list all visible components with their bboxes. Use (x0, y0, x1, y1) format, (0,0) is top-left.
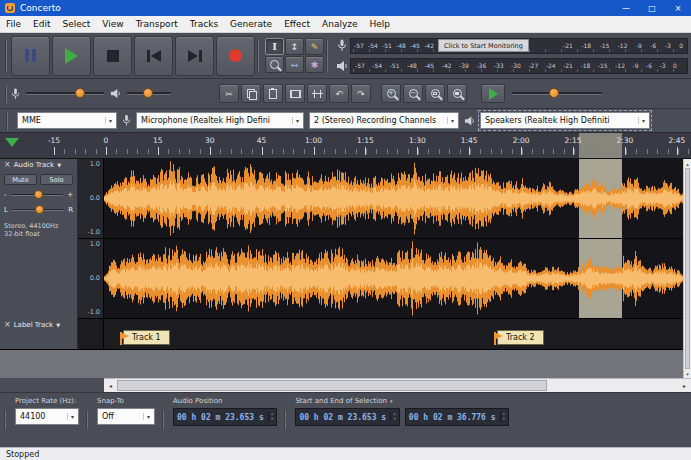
minimize-button[interactable]: — (613, 0, 639, 16)
menu-tracks[interactable]: Tracks (184, 17, 224, 31)
zoom-out-button[interactable]: − (403, 84, 423, 103)
playback-volume-slider[interactable] (125, 88, 173, 99)
toolbar-grip[interactable] (162, 411, 166, 429)
audio-host-dropdown[interactable]: MME ▾ (17, 112, 117, 129)
menu-transport[interactable]: Transport (130, 17, 184, 31)
selection-tool-button[interactable]: I (265, 38, 284, 55)
waveform-channel-2[interactable] (104, 239, 683, 318)
solo-button[interactable]: Solo (40, 174, 73, 185)
menu-select[interactable]: Select (57, 17, 97, 31)
selection-start-display[interactable]: 00 h 02 m 23.653 s ▴▾ (295, 408, 399, 426)
menu-help[interactable]: Help (364, 17, 397, 31)
fit-selection-button[interactable] (425, 84, 445, 103)
paste-button[interactable] (263, 84, 283, 103)
multi-tool-button[interactable]: ✱ (305, 56, 324, 73)
scroll-left-icon[interactable]: ◂ (104, 379, 117, 392)
toolbar-grip[interactable] (257, 40, 261, 72)
label-text[interactable]: Track 2 (497, 330, 544, 345)
slider-thumb[interactable] (75, 88, 85, 98)
label-marker-2[interactable]: Track 2 (494, 330, 544, 345)
recording-device-dropdown[interactable]: Microphone (Realtek High Defini ▾ (136, 112, 304, 129)
silence-audio-button[interactable] (307, 84, 327, 103)
zoom-in-button[interactable]: + (381, 84, 401, 103)
audio-position-display[interactable]: 00 h 02 m 23.653 s ▴▾ (173, 408, 277, 426)
time-shift-tool-button[interactable]: ↔ (285, 56, 304, 73)
skip-to-start-button[interactable] (134, 36, 173, 76)
gain-slider[interactable] (10, 190, 65, 200)
play-button[interactable] (52, 36, 91, 76)
close-track-icon[interactable]: × (4, 321, 11, 329)
project-rate-dropdown[interactable]: 44100 ▾ (15, 408, 79, 425)
toolbar-grip[interactable] (4, 411, 8, 429)
selection-range-label[interactable]: Start and End of Selection ▾ (295, 397, 509, 405)
titlebar[interactable]: Concerto — □ × (0, 0, 691, 16)
undo-button[interactable]: ↶ (329, 84, 349, 103)
cut-button[interactable]: ✂ (219, 84, 239, 103)
scroll-down-icon[interactable]: ▾ (684, 369, 691, 378)
timeline-ruler[interactable]: -1501530451:001:151:301:452:002:152:302:… (0, 133, 691, 159)
vertical-scrollbar[interactable]: ▴ ▾ (683, 159, 691, 378)
recording-meter[interactable]: -57-54-51-48-45-42 Click to Start Monito… (336, 37, 688, 55)
scroll-up-icon[interactable]: ▴ (684, 159, 691, 168)
draw-tool-button[interactable]: ✎ (305, 38, 324, 55)
menu-edit[interactable]: Edit (27, 17, 56, 31)
menu-generate[interactable]: Generate (224, 17, 278, 31)
track-menu-icon[interactable]: ▼ (57, 162, 61, 168)
spinner-icon[interactable]: ▴▾ (268, 412, 274, 422)
label-text[interactable]: Track 1 (123, 330, 170, 345)
horizontal-scrollbar[interactable]: ◂ ▸ (104, 378, 691, 392)
spinner-icon[interactable]: ▴▾ (390, 412, 396, 422)
redo-button[interactable]: ↷ (351, 84, 371, 103)
waveform-channel-1[interactable] (104, 159, 683, 238)
start-monitoring-button[interactable]: Click to Start Monitoring (438, 39, 529, 52)
slider-thumb[interactable] (143, 88, 153, 98)
play-at-speed-button[interactable] (481, 84, 505, 103)
stop-button[interactable] (93, 36, 132, 76)
trim-audio-button[interactable] (285, 84, 305, 103)
menu-analyze[interactable]: Analyze (316, 17, 363, 31)
recording-meter-bar[interactable]: -57-54-51-48-45-42 Click to Start Monito… (350, 38, 688, 54)
copy-button[interactable] (241, 84, 261, 103)
envelope-tool-button[interactable]: ↕ (285, 38, 304, 55)
label-track-content[interactable]: Track 1Track 2 (104, 319, 683, 349)
menu-effect[interactable]: Effect (278, 17, 316, 31)
slider-thumb[interactable] (35, 205, 44, 214)
mute-button[interactable]: Mute (4, 174, 37, 185)
playback-device-dropdown[interactable]: Speakers (Realtek High Definiti ▾ (480, 112, 650, 129)
snap-to-dropdown[interactable]: Off ▾ (97, 408, 155, 425)
selection-end-display[interactable]: 00 h 02 m 36.776 s ▴▾ (405, 408, 509, 426)
recording-volume-slider[interactable] (24, 88, 106, 99)
playback-meter-bar[interactable]: -57-54-51-48-45-42-39-36-33-30-27-24-21-… (350, 58, 688, 74)
slider-thumb[interactable] (549, 88, 559, 98)
playback-meter[interactable]: -57-54-51-48-45-42-39-36-33-30-27-24-21-… (336, 57, 688, 75)
maximize-button[interactable]: □ (639, 0, 665, 16)
horizontal-scroll-thumb[interactable] (117, 380, 547, 391)
track-menu-icon[interactable]: ▼ (56, 322, 60, 328)
vertical-scroll-thumb[interactable] (685, 168, 690, 369)
timeline-playhead-icon[interactable] (5, 138, 19, 147)
close-track-icon[interactable]: × (4, 161, 11, 169)
toolbar-grip[interactable] (86, 411, 90, 429)
toolbar-grip[interactable] (6, 112, 10, 130)
menu-file[interactable]: File (0, 17, 27, 31)
pause-button[interactable] (11, 36, 50, 76)
skip-to-end-button[interactable] (175, 36, 214, 76)
spinner-icon[interactable]: ▴▾ (500, 412, 506, 422)
status-text: Stopped (6, 450, 39, 459)
pan-slider[interactable] (11, 205, 65, 215)
toolbar-grip[interactable] (5, 85, 9, 103)
recording-channels-dropdown[interactable]: 2 (Stereo) Recording Channels ▾ (309, 112, 459, 129)
zoom-tool-button[interactable] (265, 56, 284, 73)
scroll-right-icon[interactable]: ▸ (678, 379, 691, 392)
slider-thumb[interactable] (34, 190, 43, 199)
fit-project-button[interactable] (447, 84, 467, 103)
close-button[interactable]: × (665, 0, 691, 16)
menu-view[interactable]: View (96, 17, 129, 31)
label-marker-1[interactable]: Track 1 (120, 330, 170, 345)
record-button[interactable] (216, 36, 255, 76)
vertical-scale-ruler[interactable]: 1.0 0.0 -1.0 1.0 0.0 -1.0 (78, 159, 104, 319)
play-speed-slider[interactable] (510, 88, 604, 99)
toolbar-grip[interactable] (5, 40, 9, 72)
toolbar-grip[interactable] (284, 411, 288, 429)
toolbar-grip[interactable] (326, 40, 330, 72)
